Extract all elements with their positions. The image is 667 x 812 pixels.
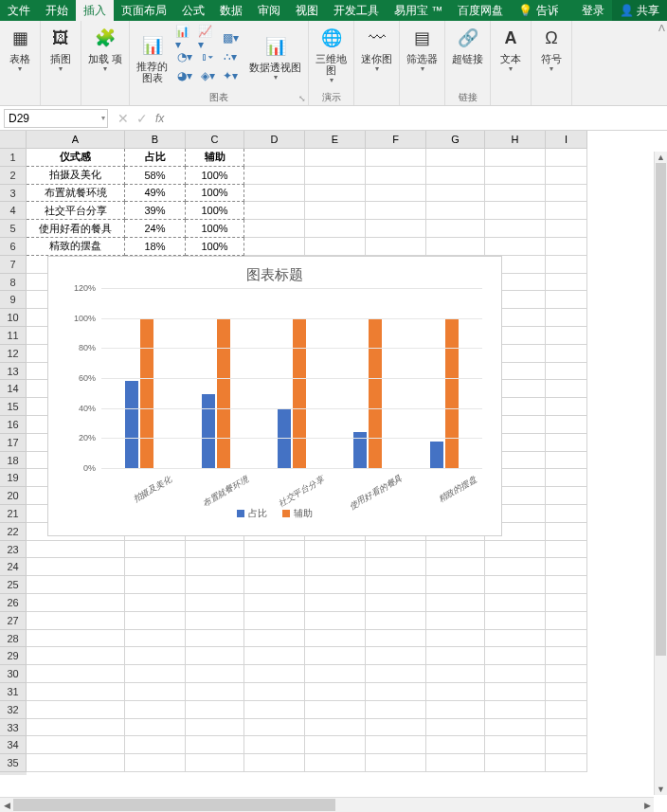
scatter-chart-icon[interactable]: ∴▾ xyxy=(221,49,240,64)
row-header[interactable]: 2 xyxy=(0,167,27,185)
cell[interactable] xyxy=(485,167,546,185)
cell[interactable]: 使用好看的餐具 xyxy=(27,220,125,238)
cell[interactable] xyxy=(125,576,186,594)
cell[interactable] xyxy=(546,416,587,434)
cell[interactable]: 布置就餐环境 xyxy=(27,185,125,203)
cell[interactable] xyxy=(366,701,426,719)
chart-title[interactable]: 图表标题 xyxy=(48,257,501,288)
cell[interactable]: 100% xyxy=(186,185,244,203)
vscroll-thumb[interactable] xyxy=(656,163,666,656)
cell[interactable] xyxy=(546,345,587,363)
cell[interactable] xyxy=(27,719,125,737)
cell[interactable] xyxy=(426,167,485,185)
cell[interactable] xyxy=(485,238,546,256)
cell[interactable] xyxy=(426,185,485,203)
cell[interactable] xyxy=(244,167,305,185)
tab-review[interactable]: 审阅 xyxy=(250,0,288,21)
cell[interactable] xyxy=(244,665,305,683)
cell[interactable] xyxy=(244,558,305,576)
cell[interactable] xyxy=(244,202,305,220)
cell[interactable] xyxy=(426,701,485,719)
scroll-left-icon[interactable]: ◀ xyxy=(0,801,13,810)
cell[interactable] xyxy=(186,576,244,594)
row-header[interactable]: 14 xyxy=(0,380,27,398)
cell[interactable] xyxy=(125,612,186,630)
cell[interactable] xyxy=(426,238,485,256)
cell[interactable] xyxy=(27,630,125,648)
cell[interactable] xyxy=(426,202,485,220)
cell[interactable] xyxy=(244,149,305,167)
cell[interactable] xyxy=(305,701,366,719)
chart-plot-area[interactable]: 0%20%40%60%80%100%120% xyxy=(101,288,482,468)
illustrations-button[interactable]: 🖼 插图▾ xyxy=(44,23,78,75)
cell[interactable] xyxy=(244,701,305,719)
row-header[interactable]: 12 xyxy=(0,345,27,363)
cell[interactable] xyxy=(366,576,426,594)
row-header[interactable]: 16 xyxy=(0,416,27,434)
cell[interactable] xyxy=(546,434,587,452)
cell[interactable] xyxy=(27,558,125,576)
chart-bar[interactable] xyxy=(202,394,215,468)
tab-home[interactable]: 开始 xyxy=(38,0,76,21)
cell[interactable] xyxy=(485,576,546,594)
filters-button[interactable]: ▤ 筛选器▾ xyxy=(403,23,442,75)
treemap-icon[interactable]: ▩▾ xyxy=(221,30,240,45)
tab-layout[interactable]: 页面布局 xyxy=(114,0,174,21)
recommended-charts-button[interactable]: 📊 推荐的 图表 xyxy=(133,30,171,85)
cell[interactable] xyxy=(485,630,546,648)
cell[interactable] xyxy=(546,505,587,523)
cell[interactable] xyxy=(546,202,587,220)
login-button[interactable]: 登录 xyxy=(574,0,612,21)
cell[interactable] xyxy=(426,630,485,648)
name-box[interactable]: D29 ▾ xyxy=(4,109,108,128)
fx-icon[interactable]: fx xyxy=(155,112,164,125)
cell[interactable] xyxy=(366,185,426,203)
cell[interactable] xyxy=(485,149,546,167)
cell[interactable] xyxy=(546,576,587,594)
column-header[interactable]: E xyxy=(305,131,366,149)
cell[interactable] xyxy=(546,167,587,185)
cell[interactable] xyxy=(125,630,186,648)
cell[interactable] xyxy=(426,541,485,559)
tab-file[interactable]: 文件 xyxy=(0,0,38,21)
cell[interactable] xyxy=(485,558,546,576)
cell[interactable] xyxy=(546,754,587,772)
cell[interactable] xyxy=(546,238,587,256)
cell[interactable] xyxy=(305,149,366,167)
cell[interactable] xyxy=(366,630,426,648)
cell[interactable] xyxy=(244,220,305,238)
symbols-button[interactable]: Ω 符号▾ xyxy=(534,23,568,75)
cell[interactable]: 精致的摆盘 xyxy=(27,238,125,256)
tell-me[interactable]: 💡 告诉我... xyxy=(511,0,558,21)
row-header[interactable]: 33 xyxy=(0,719,27,737)
hscroll-thumb[interactable] xyxy=(13,799,335,811)
pivot-chart-button[interactable]: 📊 数据透视图▾ xyxy=(245,31,305,83)
row-header[interactable]: 26 xyxy=(0,594,27,612)
row-header[interactable]: 18 xyxy=(0,452,27,470)
cell[interactable] xyxy=(366,665,426,683)
cell[interactable]: 24% xyxy=(125,220,186,238)
cell[interactable] xyxy=(485,719,546,737)
cell[interactable] xyxy=(125,665,186,683)
cell[interactable] xyxy=(485,754,546,772)
cell[interactable] xyxy=(546,327,587,345)
legend-item-1[interactable]: 占比 xyxy=(237,507,267,520)
cell[interactable]: 18% xyxy=(125,238,186,256)
cell[interactable] xyxy=(305,630,366,648)
cell[interactable] xyxy=(125,594,186,612)
cell[interactable] xyxy=(305,719,366,737)
cell[interactable]: 拍摄及美化 xyxy=(27,167,125,185)
cell[interactable] xyxy=(186,541,244,559)
row-header[interactable]: 9 xyxy=(0,291,27,309)
cell[interactable] xyxy=(305,576,366,594)
addins-button[interactable]: 🧩 加载 项▾ xyxy=(84,23,126,75)
grid[interactable]: ABCDEFGHI 仪式感占比辅助拍摄及美化58%100%布置就餐环境49%10… xyxy=(27,131,667,775)
cell[interactable] xyxy=(546,309,587,327)
cell[interactable] xyxy=(244,630,305,648)
cell[interactable] xyxy=(426,647,485,665)
horizontal-scrollbar[interactable]: ◀ ▶ xyxy=(0,797,654,812)
line-chart-icon[interactable]: 📈▾ xyxy=(198,30,217,45)
cell[interactable] xyxy=(186,612,244,630)
tables-button[interactable]: ▦ 表格▾ xyxy=(3,23,37,75)
cell[interactable] xyxy=(546,185,587,203)
